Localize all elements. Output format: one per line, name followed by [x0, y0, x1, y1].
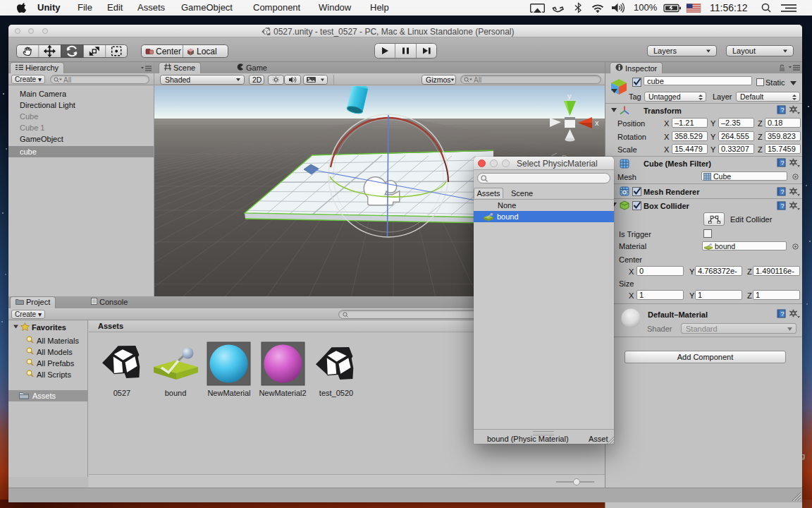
svg-text:y: y: [567, 92, 572, 100]
svg-text:?: ?: [780, 202, 784, 210]
svg-text:0527: 0527: [113, 389, 130, 397]
svg-text:?: ?: [780, 310, 784, 318]
svg-text:NewMaterial: NewMaterial: [207, 389, 250, 397]
svg-text:?: ?: [780, 188, 784, 195]
svg-text:bound: bound: [165, 389, 187, 397]
svg-text:Local: Local: [197, 47, 217, 56]
svg-text:?: ?: [780, 159, 784, 167]
svg-text:Center: Center: [156, 47, 181, 56]
svg-text:Shaded: Shaded: [165, 75, 190, 84]
svg-text:?: ?: [780, 107, 784, 114]
svg-text:NewMaterial2: NewMaterial2: [259, 389, 306, 397]
svg-text:x: x: [595, 119, 599, 127]
svg-text:Layout: Layout: [732, 47, 756, 55]
svg-text:test_0520: test_0520: [319, 389, 353, 397]
svg-text:Layers: Layers: [653, 47, 677, 55]
svg-text:2D: 2D: [252, 75, 262, 84]
svg-text:Gizmos: Gizmos: [426, 75, 451, 84]
